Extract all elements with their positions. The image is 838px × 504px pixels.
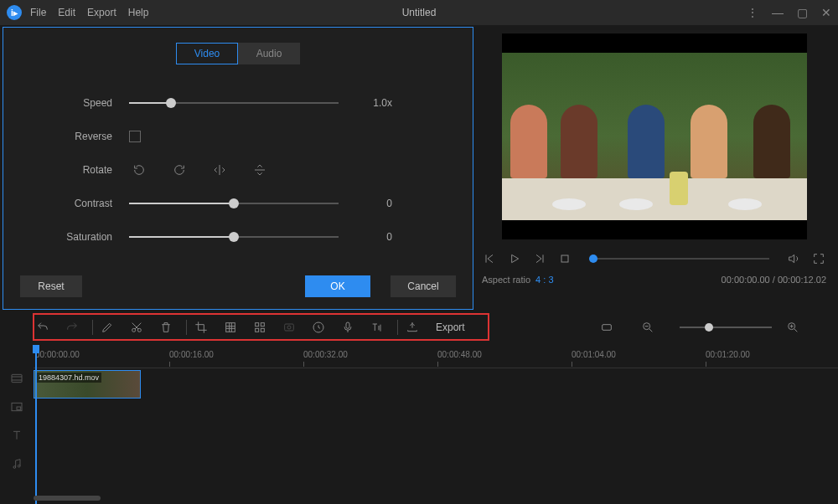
mosaic-icon[interactable]	[221, 318, 240, 337]
saturation-slider[interactable]	[129, 236, 339, 238]
preview-progress[interactable]	[589, 258, 769, 260]
redo-icon[interactable]	[63, 318, 81, 337]
text-track-icon[interactable]	[8, 427, 25, 444]
speed-tool-icon[interactable]	[309, 318, 328, 337]
preview-frame	[502, 33, 807, 239]
cut-icon[interactable]	[127, 318, 146, 337]
saturation-label: Saturation	[20, 231, 129, 243]
svg-rect-15	[12, 374, 22, 382]
flip-horizontal-icon[interactable]	[210, 160, 230, 180]
speed-value: 1.0x	[359, 97, 392, 109]
menu-file[interactable]: File	[30, 7, 46, 18]
export-icon[interactable]	[403, 318, 422, 337]
timeline: 00:00:00.00 00:00:16.00 00:00:32.00 00:0…	[0, 345, 838, 472]
saturation-value: 0	[359, 231, 392, 243]
mic-icon[interactable]	[339, 318, 357, 337]
fullscreen-icon[interactable]	[811, 251, 826, 266]
zoom-slider[interactable]	[680, 327, 772, 328]
flip-vertical-icon[interactable]	[250, 160, 270, 180]
cancel-button[interactable]: Cancel	[391, 275, 456, 297]
contrast-slider[interactable]	[129, 203, 339, 204]
video-properties-panel: Video Audio Speed 1.0x Reverse Rotate	[3, 27, 473, 310]
reverse-label: Reverse	[20, 131, 129, 142]
svg-rect-12	[603, 325, 612, 331]
audio-track-icon[interactable]	[8, 455, 25, 472]
svg-point-9	[287, 326, 291, 329]
contrast-value: 0	[359, 198, 392, 209]
playback-controls	[482, 251, 826, 266]
prev-frame-icon[interactable]	[482, 251, 497, 266]
record-icon[interactable]	[280, 318, 298, 337]
menu-edit[interactable]: Edit	[58, 7, 75, 18]
preview-area: Aspect ratio4 : 3 00:00:00.00 / 00:00:12…	[473, 25, 838, 310]
video-track-icon[interactable]	[8, 370, 25, 387]
reverse-checkbox[interactable]	[129, 131, 141, 142]
tab-video[interactable]: Video	[176, 43, 238, 64]
menu-help[interactable]: Help	[128, 7, 149, 18]
playhead[interactable]	[35, 345, 37, 504]
toolbar: Export	[0, 310, 838, 345]
svg-point-19	[18, 465, 20, 467]
crop-icon[interactable]	[192, 318, 210, 337]
app-logo-icon: i▸	[7, 5, 22, 20]
svg-rect-3	[226, 323, 235, 332]
svg-rect-0	[561, 255, 568, 262]
menu-export[interactable]: Export	[87, 7, 116, 18]
window-title: Untitled	[402, 7, 437, 18]
more-icon[interactable]: ⋮	[747, 6, 758, 19]
svg-rect-8	[285, 324, 294, 331]
contrast-label: Contrast	[20, 198, 129, 209]
timeline-clip[interactable]: 19884307.hd.mov	[34, 370, 141, 399]
zoom-out-icon[interactable]	[639, 318, 657, 337]
rotate-right-icon[interactable]	[169, 160, 189, 180]
close-icon[interactable]: ✕	[821, 6, 831, 19]
zoom-in-icon[interactable]	[784, 318, 802, 337]
svg-rect-4	[256, 323, 259, 327]
svg-rect-6	[256, 328, 259, 332]
play-icon[interactable]	[507, 251, 522, 266]
text-to-speech-icon[interactable]	[368, 318, 386, 337]
svg-rect-11	[346, 322, 349, 328]
timeline-ruler[interactable]: 00:00:00.00 00:00:16.00 00:00:32.00 00:0…	[34, 345, 838, 368]
svg-rect-7	[261, 328, 264, 332]
delete-icon[interactable]	[157, 318, 175, 337]
fit-timeline-icon[interactable]	[597, 318, 616, 337]
rotate-label: Rotate	[20, 164, 129, 176]
speed-label: Speed	[20, 97, 129, 109]
preview-time: 00:00:00.00 / 00:00:12.02	[722, 275, 826, 285]
aspect-ratio: Aspect ratio4 : 3	[482, 275, 554, 285]
speed-slider[interactable]	[129, 102, 339, 104]
maximize-icon[interactable]: ▢	[797, 6, 808, 19]
minimize-icon[interactable]: —	[772, 6, 784, 19]
timeline-scrollbar[interactable]	[34, 494, 830, 502]
titlebar: i▸ File Edit Export Help Untitled ⋮ — ▢ …	[0, 0, 838, 25]
pip-track-icon[interactable]	[8, 399, 25, 415]
export-label[interactable]: Export	[436, 321, 465, 333]
svg-rect-5	[261, 323, 264, 327]
tab-audio[interactable]: Audio	[238, 43, 300, 64]
next-frame-icon[interactable]	[532, 251, 547, 266]
svg-rect-17	[17, 407, 21, 409]
edit-icon[interactable]	[98, 318, 116, 337]
ok-button[interactable]: OK	[305, 275, 370, 297]
grid-icon[interactable]	[251, 318, 269, 337]
rotate-left-icon[interactable]	[129, 160, 149, 180]
svg-point-18	[13, 466, 16, 469]
volume-icon[interactable]	[786, 251, 801, 266]
reset-button[interactable]: Reset	[20, 275, 82, 297]
undo-icon[interactable]	[34, 318, 52, 337]
stop-icon[interactable]	[557, 251, 572, 266]
